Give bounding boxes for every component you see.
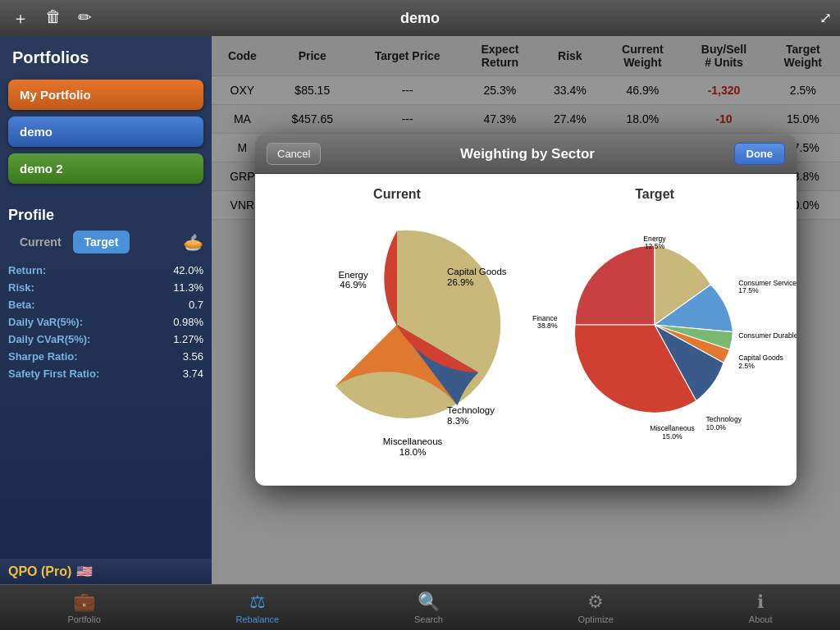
target-chart-label: Target [635, 187, 674, 202]
rebalance-icon: ⚖ [249, 591, 266, 613]
modal-body: Current Energy 46.9% [255, 174, 797, 486]
label-tech-pct-current: 8.3% [447, 416, 468, 426]
cancel-button[interactable]: Cancel [267, 143, 321, 165]
profile-tabs: Current Target 🥧 [8, 231, 203, 253]
label-consumer-dur: Consumer Durable [738, 331, 797, 340]
label-consumer-svc-pct: 17.5% [738, 286, 759, 294]
label-tech-target: Technology [705, 415, 742, 423]
stat-value: 0.98% [173, 316, 203, 328]
modal-overlay: Cancel Weighting by Sector Done Current [212, 36, 840, 584]
stat-value: 1.27% [173, 333, 203, 345]
stat-label: Daily VaR(5%): [8, 316, 83, 328]
label-energy-target: Energy [643, 235, 666, 243]
label-capital-pct-target: 2.5% [738, 362, 755, 370]
briefcase-icon: 💼 [73, 591, 95, 613]
main-layout: Portfolios My Portfolio demo demo 2 Prof… [0, 36, 840, 584]
label-misc-pct-current: 18.0% [399, 447, 426, 457]
stat-row: Return: 42.0% [8, 262, 203, 279]
stat-label: Safety First Ratio: [8, 368, 99, 380]
add-icon[interactable]: ＋ [12, 7, 29, 30]
current-slice-energy [336, 231, 500, 418]
stat-row: Safety First Ratio: 3.74 [8, 365, 203, 382]
tab-rebalance[interactable]: ⚖ Rebalance [220, 588, 296, 628]
modal-header: Cancel Weighting by Sector Done [255, 135, 797, 174]
profile-section: Profile Current Target 🥧 Return: 42.0%Ri… [8, 207, 203, 382]
expand-icon[interactable]: ⤢ [819, 9, 832, 27]
tab-portfolio[interactable]: 💼 Portfolio [51, 588, 116, 628]
label-finance-target: Finance [532, 314, 558, 322]
weighting-modal: Cancel Weighting by Sector Done Current [255, 135, 797, 486]
tab-current[interactable]: Current [8, 231, 73, 253]
tab-optimize[interactable]: ⚙ Optimize [562, 588, 630, 628]
label-energy-pct-current: 46.9% [340, 280, 366, 290]
stat-row: Sharpe Ratio: 3.56 [8, 348, 203, 365]
label-capital-pct-current: 26.9% [447, 277, 473, 287]
label-finance-pct-target: 38.8% [537, 322, 558, 330]
stat-row: Risk: 11.3% [8, 279, 203, 296]
profile-title: Profile [8, 207, 203, 224]
search-icon: 🔍 [418, 591, 440, 613]
flag-icon: 🇺🇸 [76, 564, 93, 579]
target-chart-section: Target [531, 187, 778, 440]
target-slice-finance [575, 245, 655, 325]
stat-label: Beta: [8, 299, 35, 311]
label-capital-current: Capital Goods [447, 267, 507, 276]
portfolio-item-my-portfolio[interactable]: My Portfolio [8, 80, 203, 110]
label-misc-current: Miscellaneous [383, 436, 443, 446]
stat-row: Beta: 0.7 [8, 296, 203, 313]
content-area: Code Price Target Price ExpectReturn Ris… [212, 36, 840, 584]
tab-bar: 💼 Portfolio ⚖ Rebalance 🔍 Search ⚙ Optim… [0, 584, 840, 630]
app-title-bar: QPO (Pro) 🇺🇸 [0, 559, 212, 584]
current-chart-label: Current [373, 187, 421, 202]
tab-about[interactable]: ℹ About [733, 588, 789, 628]
label-tech-pct-target: 10.0% [705, 423, 726, 431]
profile-pie-icon: 🥧 [183, 232, 203, 252]
stat-value: 3.74 [183, 368, 203, 380]
stat-row: Daily VaR(5%): 0.98% [8, 313, 203, 331]
stat-row: Daily CVaR(5%): 1.27% [8, 331, 203, 348]
label-energy-pct-target: 12.5% [645, 242, 665, 250]
label-tech-current: Technology [447, 405, 495, 415]
header-title: demo [400, 10, 440, 27]
header: ＋ 🗑 ✏ demo ⤢ [0, 0, 840, 36]
label-capital-target: Capital Goods [738, 354, 783, 362]
label-energy-current: Energy [338, 270, 368, 280]
stat-label: Return: [8, 264, 46, 276]
sidebar: Portfolios My Portfolio demo demo 2 Prof… [0, 36, 212, 584]
app-title: QPO (Pro) [8, 564, 71, 579]
stats-container: Return: 42.0%Risk: 11.3%Beta: 0.7Daily V… [8, 262, 203, 382]
portfolio-item-demo[interactable]: demo [8, 116, 203, 147]
portfolios-title: Portfolios [8, 44, 203, 71]
label-misc-pct-target: 15.0% [662, 432, 682, 441]
stat-value: 42.0% [173, 264, 203, 276]
current-chart-section: Current Energy 46.9% [273, 187, 520, 440]
stat-value: 3.56 [183, 350, 203, 363]
stat-value: 0.7 [189, 299, 203, 311]
stat-label: Risk: [8, 281, 34, 294]
pencil-icon[interactable]: ✏ [78, 7, 92, 30]
header-icons: ＋ 🗑 ✏ [0, 7, 104, 30]
current-pie-chart: Energy 46.9% Capital Goods 26.9% Technol… [282, 210, 512, 440]
trash-icon[interactable]: 🗑 [45, 7, 62, 30]
tab-search[interactable]: 🔍 Search [398, 588, 459, 628]
modal-title: Weighting by Sector [321, 146, 733, 162]
label-consumer-svc: Consumer Services [738, 279, 797, 287]
done-button[interactable]: Done [734, 143, 786, 165]
target-pie-chart: Energy 12.5% Consumer Services 17.5% Con… [540, 210, 769, 440]
tab-target[interactable]: Target [73, 231, 130, 253]
stat-label: Daily CVaR(5%): [8, 333, 90, 345]
label-misc-target: Miscellaneous [650, 424, 695, 432]
portfolio-item-demo2[interactable]: demo 2 [8, 153, 203, 184]
gear-icon: ⚙ [587, 591, 604, 613]
stat-value: 11.3% [173, 281, 203, 294]
info-icon: ℹ [757, 591, 764, 613]
stat-label: Sharpe Ratio: [8, 350, 78, 363]
